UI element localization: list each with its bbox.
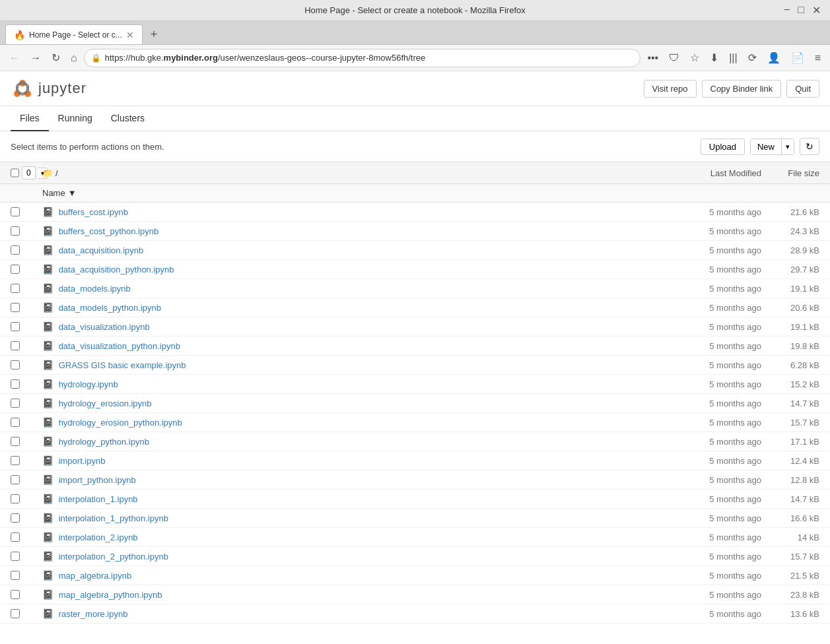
file-name-cell: 📓 buffers_cost_python.ipynb (42, 226, 664, 236)
quit-button[interactable]: Quit (786, 80, 819, 98)
close-icon[interactable]: ✕ (810, 4, 823, 16)
file-checkbox-3[interactable] (11, 265, 20, 274)
file-size: 28.9 kB (767, 245, 819, 255)
tab-clusters[interactable]: Clusters (102, 106, 154, 131)
copy-binder-link-button[interactable]: Copy Binder link (702, 80, 782, 98)
account-button[interactable]: 👤 (763, 49, 784, 67)
close-tab-icon[interactable]: ✕ (126, 30, 134, 40)
file-checkbox-10[interactable] (11, 399, 20, 408)
file-name-cell: 📓 data_models_python.ipynb (42, 302, 664, 313)
more-options-button[interactable]: ••• (643, 49, 662, 67)
name-col-label: Name (42, 188, 65, 198)
file-checkbox-7[interactable] (11, 341, 20, 350)
file-size: 17.1 kB (767, 437, 819, 447)
row-check-11 (11, 418, 37, 427)
row-check-7 (11, 341, 37, 350)
back-button[interactable]: ← (5, 49, 24, 67)
sync-button[interactable]: ⟳ (744, 49, 761, 67)
upload-button[interactable]: Upload (701, 139, 745, 155)
notebook-icon: 📓 (42, 455, 53, 466)
new-button[interactable]: New (751, 139, 782, 154)
file-checkbox-20[interactable] (11, 590, 20, 599)
file-checkbox-1[interactable] (11, 226, 20, 236)
menu-button[interactable]: ≡ (811, 49, 825, 67)
file-link[interactable]: interpolation_1.ipynb (59, 494, 138, 504)
file-link[interactable]: map_algebra.ipynb (59, 571, 132, 581)
file-link[interactable]: data_visualization.ipynb (59, 322, 150, 332)
file-checkbox-8[interactable] (11, 360, 20, 370)
file-checkbox-21[interactable] (11, 609, 20, 618)
new-button-caret[interactable]: ▾ (782, 139, 794, 154)
library-button[interactable]: ||| (725, 49, 741, 67)
bookmark-button[interactable]: ☆ (686, 49, 703, 67)
window-controls[interactable]: − □ ✕ (781, 4, 823, 16)
file-link[interactable]: interpolation_1_python.ipynb (59, 513, 168, 523)
file-link[interactable]: data_visualization_python.ipynb (59, 341, 180, 351)
file-link[interactable]: data_acquisition_python.ipynb (59, 265, 174, 274)
file-checkbox-15[interactable] (11, 494, 20, 503)
reload-button[interactable]: ↻ (48, 49, 64, 67)
file-checkbox-4[interactable] (11, 284, 20, 293)
file-size: 15.2 kB (767, 379, 819, 389)
file-link[interactable]: data_acquisition.ipynb (59, 245, 144, 255)
file-link[interactable]: map_algebra_python.ipynb (59, 590, 162, 600)
row-check-17 (11, 532, 37, 542)
forward-button[interactable]: → (26, 49, 45, 67)
file-link[interactable]: data_models_python.ipynb (59, 303, 161, 313)
minimize-icon[interactable]: − (781, 4, 792, 16)
file-link[interactable]: interpolation_2.ipynb (59, 532, 138, 542)
select-count-button[interactable]: 0 (22, 166, 36, 179)
file-link[interactable]: hydrology_python.ipynb (59, 437, 149, 447)
new-tab-button[interactable]: + (145, 25, 163, 44)
file-size: 12.8 kB (767, 475, 819, 485)
file-link[interactable]: buffers_cost_python.ipynb (59, 226, 159, 236)
file-link[interactable]: GRASS GIS basic example.ipynb (59, 360, 186, 370)
file-checkbox-9[interactable] (11, 379, 20, 389)
file-checkbox-6[interactable] (11, 322, 20, 331)
file-checkbox-12[interactable] (11, 437, 20, 446)
file-name-cell: 📓 import_python.ipynb (42, 474, 664, 485)
file-modified: 5 months ago (669, 552, 761, 562)
tab-files[interactable]: Files (11, 106, 49, 131)
select-all-checkbox[interactable] (11, 168, 19, 177)
address-bar[interactable]: 🔒 https://hub.gke.mybinder.org/user/wenz… (84, 49, 641, 67)
file-link[interactable]: raster_more.ipynb (59, 609, 128, 619)
file-modified: 5 months ago (669, 207, 761, 217)
file-link[interactable]: hydrology_erosion.ipynb (59, 399, 152, 408)
file-checkbox-14[interactable] (11, 475, 20, 484)
browser-tab-active[interactable]: 🔥 Home Page - Select or c... ✕ (5, 24, 143, 44)
row-check-0 (11, 207, 37, 216)
file-size: 15.7 kB (767, 552, 819, 562)
tab-running[interactable]: Running (49, 106, 102, 131)
file-checkbox-0[interactable] (11, 207, 20, 216)
file-link[interactable]: data_models.ipynb (59, 284, 131, 294)
refresh-files-button[interactable]: ↻ (800, 138, 819, 155)
home-button[interactable]: ⌂ (67, 49, 81, 67)
file-link[interactable]: buffers_cost.ipynb (59, 207, 128, 217)
file-list-container: 📓 buffers_cost.ipynb 5 months ago 21.6 k… (0, 203, 830, 624)
file-checkbox-16[interactable] (11, 513, 20, 523)
file-checkbox-11[interactable] (11, 418, 20, 427)
select-all-area: 0 ▾ (11, 166, 37, 179)
file-checkbox-18[interactable] (11, 552, 20, 561)
name-sort-header[interactable]: Name ▼ (42, 188, 664, 198)
visit-repo-button[interactable]: Visit repo (644, 80, 697, 98)
file-checkbox-13[interactable] (11, 456, 20, 465)
file-link[interactable]: import.ipynb (59, 456, 106, 466)
maximize-icon[interactable]: □ (795, 4, 807, 16)
download-button[interactable]: ⬇ (706, 49, 722, 67)
file-link[interactable]: interpolation_2_python.ipynb (59, 552, 168, 562)
table-row: 📓 hydrology_erosion_python.ipynb 5 month… (0, 413, 830, 432)
file-checkbox-17[interactable] (11, 532, 20, 542)
extensions-button[interactable]: 📄 (787, 49, 808, 67)
file-name-cell: 📓 map_algebra.ipynb (42, 570, 664, 581)
reader-mode-button[interactable]: 🛡 (665, 49, 683, 67)
file-size: 23.8 kB (767, 590, 819, 600)
file-link[interactable]: hydrology_erosion_python.ipynb (59, 418, 182, 428)
file-checkbox-5[interactable] (11, 303, 20, 312)
row-check-5 (11, 303, 37, 312)
file-link[interactable]: import_python.ipynb (59, 475, 136, 485)
file-checkbox-2[interactable] (11, 245, 20, 255)
file-checkbox-19[interactable] (11, 571, 20, 580)
file-link[interactable]: hydrology.ipynb (59, 379, 118, 389)
